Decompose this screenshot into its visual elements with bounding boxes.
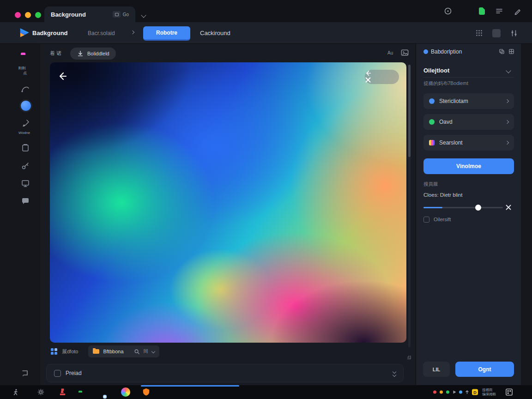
back-arrow-button[interactable]: [57, 71, 68, 82]
secondary-footer-label: LIL: [433, 367, 441, 372]
photos-app-icon[interactable]: [121, 387, 130, 397]
apply-button[interactable]: Vinolmoe: [423, 158, 514, 174]
app-name: Badkground: [32, 30, 68, 36]
clipboard-icon: [21, 143, 30, 152]
scrollbar-thumb[interactable]: [408, 65, 411, 157]
clear-slider-button[interactable]: [505, 204, 512, 211]
person-icon[interactable]: [12, 388, 19, 396]
primary-footer-label: Ognt: [478, 366, 491, 373]
stamp-app-icon[interactable]: [58, 388, 67, 397]
target-icon[interactable]: [444, 7, 452, 15]
chevron-down-icon[interactable]: [151, 350, 155, 353]
notification-badge[interactable]: D: [472, 389, 478, 395]
download-button[interactable]: Boliddleld: [70, 48, 116, 60]
app-logo-icon[interactable]: [19, 28, 30, 38]
canvas-scrollbar[interactable]: [408, 65, 411, 347]
active-tool-dot: [21, 101, 31, 111]
preview-row[interactable]: Preiad: [46, 364, 404, 382]
checkbox[interactable]: [423, 217, 429, 223]
breadcrumb[interactable]: Bacr.solaid: [88, 30, 115, 36]
secondary-footer-button[interactable]: LIL: [423, 362, 450, 377]
tab-badge-label: Go: [123, 12, 129, 17]
qr-grid-icon[interactable]: [505, 388, 513, 396]
chevron-right-icon: [505, 99, 509, 103]
panel-status-dot: [423, 49, 428, 54]
titlebar-actions: [444, 0, 522, 22]
chevron-down-icon[interactable]: [506, 68, 511, 73]
overlay-controls: [365, 70, 399, 84]
apply-button-label: Vinolmoe: [456, 163, 481, 169]
grid-view-icon[interactable]: [51, 348, 57, 355]
primary-footer-button[interactable]: Ognt: [455, 362, 514, 377]
collapse-icon[interactable]: [393, 370, 396, 376]
sidebar-folder-label: 刚刚: [18, 66, 26, 71]
sidebar-item-key[interactable]: [21, 161, 30, 170]
chevron-right-icon: [505, 141, 509, 145]
close-window-button[interactable]: [15, 12, 21, 18]
system-info-line2: 编保姆赖: [482, 392, 496, 396]
taskbar: D 搜榴商 编保姆赖: [0, 385, 532, 399]
section-subtitle: 提膓的妈布7Bodiemt: [423, 80, 468, 87]
slider-knob[interactable]: [475, 205, 481, 211]
layout-grid-icon[interactable]: [508, 48, 514, 54]
sidebar-folder-sublabel: 点: [23, 71, 27, 76]
slider-label: Cloes: Dietr blint: [423, 192, 462, 198]
preview-label: Preiad: [66, 370, 82, 376]
key-icon: [21, 161, 30, 170]
resize-corner-icon[interactable]: [406, 355, 411, 360]
sidebar-item-pen[interactable]: [21, 84, 30, 93]
new-file-icon[interactable]: [479, 7, 485, 15]
download-button-label: Boliddleld: [87, 51, 109, 56]
tab-go-badge[interactable]: Go: [113, 11, 129, 18]
chevron-right-icon: [505, 120, 509, 124]
document-tab-title: Background: [51, 11, 86, 18]
sidebar-item-display[interactable]: [21, 179, 30, 188]
document-tab[interactable]: Background Go: [44, 6, 135, 22]
option-label: Stericliotam: [439, 98, 468, 104]
sidebar-brush-label: Wodne: [18, 131, 30, 135]
dock-icon: [21, 369, 30, 378]
tab-cackiround[interactable]: Cackiround: [200, 30, 230, 36]
right-edge-strip: [521, 44, 532, 385]
sidebar-item-dock[interactable]: [21, 369, 30, 378]
sidebar-item-brush[interactable]: [21, 119, 30, 128]
sliders-icon[interactable]: [510, 29, 518, 37]
undo-arrow-button[interactable]: [365, 70, 399, 77]
layer-selector[interactable]: Bftbbona 同: [88, 345, 159, 357]
search-icon[interactable]: [134, 349, 140, 355]
window-controls: [15, 12, 41, 18]
chat-icon: [21, 197, 30, 206]
play-icon[interactable]: [453, 390, 457, 394]
edit-pencil-icon[interactable]: [514, 7, 522, 15]
sidebar-item-clipboard[interactable]: [21, 143, 30, 152]
sidebar-item-active-tool[interactable]: [21, 101, 31, 111]
brush-icon: [21, 119, 30, 128]
minimize-window-button[interactable]: [25, 12, 31, 18]
copy-icon[interactable]: [499, 48, 505, 54]
panel-header-title: Babdorlption: [431, 48, 462, 55]
close-overlay-button[interactable]: [365, 77, 399, 83]
chevron-down-icon[interactable]: [141, 12, 146, 18]
zoom-level-label: Au: [387, 50, 393, 55]
maximize-window-button[interactable]: [35, 12, 41, 18]
sidebar-item-chat[interactable]: [21, 197, 30, 206]
menu-icon[interactable]: [495, 7, 503, 15]
tool-sidebar: 刚刚 点 Wodne: [0, 44, 40, 385]
canvas-bottom-bar: 展dfoto Bftbbona 同: [51, 345, 159, 357]
security-app-icon[interactable]: [142, 388, 151, 397]
tab-robotre[interactable]: Robotre: [143, 26, 190, 41]
option-row-stericliotam[interactable]: Stericliotam: [423, 93, 514, 109]
option-row-oavd[interactable]: Oavd: [423, 114, 514, 130]
image-icon[interactable]: [400, 48, 409, 57]
swatch-icon[interactable]: [492, 29, 501, 37]
option-row-searslont[interactable]: Searslont: [423, 135, 514, 151]
properties-panel: Babdorlption Oilejtloot 提膓的妈布7Bodiemt St…: [416, 44, 521, 385]
canvas-bottom-label: 展dfoto: [62, 348, 78, 355]
artwork-canvas[interactable]: [50, 62, 406, 343]
grid-dots-icon[interactable]: [475, 29, 483, 37]
tab-robotre-label: Robotre: [156, 30, 177, 36]
arrow-up-icon[interactable]: [465, 390, 469, 394]
checkbox-icon[interactable]: [54, 370, 61, 377]
download-icon: [77, 50, 84, 57]
gear-icon[interactable]: [37, 388, 45, 396]
